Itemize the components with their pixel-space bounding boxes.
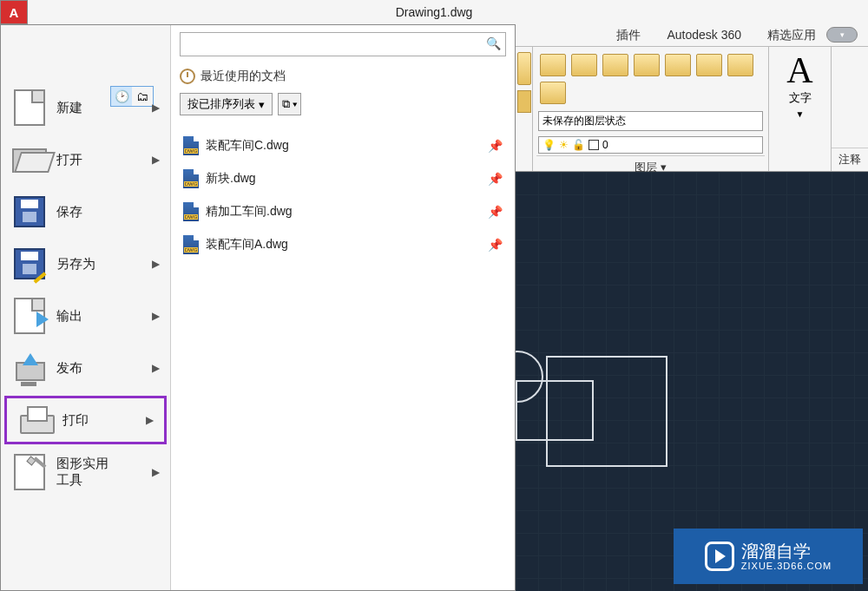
current-layer-name: 0 (602, 139, 608, 151)
menu-publish-label: 发布 (56, 360, 82, 377)
color-swatch-icon (589, 140, 599, 150)
panel-layers: 未保存的图层状态 💡 ☀ 🔓 0 图层 ▾ (533, 47, 769, 171)
doc-name: 精加工车间.dwg (206, 204, 293, 220)
ribbon-switch-icon[interactable]: ▾ (826, 27, 858, 43)
recent-docs-header: 最近使用的文档 (180, 69, 506, 84)
open-icon (12, 147, 47, 173)
panel-annot-label: 注释 (832, 148, 868, 171)
ribbon-tab-plugin[interactable]: 插件 (616, 28, 641, 43)
ribbon-tab-featured[interactable]: 精选应用 (767, 28, 816, 43)
menu-drawing-tools[interactable]: 图形实用 工具 ▶ (1, 446, 170, 498)
pin-icon[interactable]: 📌 (488, 172, 503, 186)
watermark-site: ZIXUE.3D66.COM (741, 561, 832, 571)
ribbon-panels: 未保存的图层状态 💡 ☀ 🔓 0 图层 ▾ A 文字 ▼ 注释 (516, 47, 868, 172)
watermark-brand: 溜溜自学 (741, 542, 832, 561)
recent-doc-item[interactable]: DWG新块.dwg 📌 (180, 162, 506, 195)
dwg-file-icon: DWG (183, 136, 199, 155)
chevron-right-icon: ▶ (152, 362, 160, 374)
menu-saveas[interactable]: 另存为 ▶ (1, 238, 170, 290)
search-input[interactable] (180, 32, 506, 56)
clock-icon (180, 69, 195, 84)
layer-tool-icon[interactable] (634, 54, 660, 76)
text-tool-icon[interactable]: A (786, 52, 812, 89)
layer-tool-icon[interactable] (696, 54, 722, 76)
view-size-dropdown[interactable]: ⧉ ▾ (278, 93, 302, 115)
layer-tool-icon[interactable] (727, 54, 753, 76)
pin-icon[interactable]: 📌 (488, 139, 503, 153)
app-menu-left-column: 🕑 🗂 新建 ▶ 打开 ▶ 保存 另存为 ▶ 输出 ▶ 发 (1, 25, 171, 590)
new-icon (14, 89, 45, 126)
chevron-right-icon: ▶ (152, 258, 160, 270)
publish-icon (12, 355, 47, 381)
application-menu: 🕑 🗂 新建 ▶ 打开 ▶ 保存 另存为 ▶ 输出 ▶ 发 (0, 24, 516, 591)
chevron-right-icon: ▶ (152, 102, 160, 114)
layer-secondary-icon[interactable] (517, 90, 531, 113)
watermark: 溜溜自学 ZIXUE.3D66.COM (674, 529, 863, 584)
doc-name: 装配车间C.dwg (206, 138, 289, 154)
menu-export-label: 输出 (56, 308, 82, 325)
panel-annotation: 注释 (832, 47, 868, 171)
sort-dropdown[interactable]: 按已排序列表 ▾ (180, 93, 273, 115)
print-icon (18, 406, 53, 434)
text-dropdown-icon[interactable]: ▼ (796, 109, 805, 119)
app-logo-icon[interactable]: A (0, 0, 28, 24)
chevron-right-icon: ▶ (146, 414, 154, 426)
pin-icon[interactable]: 📌 (488, 205, 503, 219)
pin-icon[interactable]: 📌 (488, 238, 503, 252)
title-bar: A Drawing1.dwg (0, 0, 868, 24)
play-icon (705, 542, 734, 571)
menu-print-label: 打印 (62, 412, 89, 429)
panel-text: A 文字 ▼ (769, 47, 832, 171)
saveas-icon (14, 248, 45, 279)
menu-open[interactable]: 打开 ▶ (1, 134, 170, 186)
ribbon-tab-autodesk360[interactable]: Autodesk 360 (667, 28, 741, 43)
menu-export[interactable]: 输出 ▶ (1, 290, 170, 342)
menu-open-label: 打开 (56, 152, 82, 168)
chevron-right-icon: ▶ (152, 466, 160, 478)
layer-tool-icon[interactable] (602, 54, 628, 76)
dwg-file-icon: DWG (183, 235, 199, 254)
chevron-right-icon: ▶ (152, 154, 160, 166)
chevron-right-icon: ▶ (152, 310, 160, 322)
sort-label: 按已排序列表 (187, 96, 255, 112)
layer-large-icon[interactable] (517, 52, 531, 85)
doc-name: 新块.dwg (206, 171, 256, 187)
menu-print[interactable]: 打印 ▶ (4, 396, 167, 444)
menu-publish[interactable]: 发布 ▶ (1, 342, 170, 394)
recent-header-text: 最近使用的文档 (201, 69, 286, 84)
menu-new[interactable]: 新建 ▶ (1, 82, 170, 134)
layer-tool-icon[interactable] (540, 54, 566, 76)
dwg-file-icon: DWG (183, 169, 199, 188)
document-title: Drawing1.dwg (396, 5, 473, 19)
text-tool-label: 文字 (789, 90, 812, 106)
menu-new-label: 新建 (56, 100, 82, 116)
recent-doc-list: DWG装配车间C.dwg 📌 DWG新块.dwg 📌 DWG精加工车间.dwg … (180, 129, 506, 261)
save-icon (14, 196, 45, 227)
menu-tools-label: 图形实用 工具 (56, 456, 108, 489)
layer-state-combo[interactable]: 未保存的图层状态 (538, 111, 763, 131)
export-icon (14, 298, 45, 334)
layer-state-text: 未保存的图层状态 (542, 114, 626, 128)
menu-save[interactable]: 保存 (1, 186, 170, 238)
layer-tool-icon[interactable] (540, 82, 566, 104)
dwg-file-icon: DWG (183, 202, 199, 221)
tools-icon (14, 454, 45, 490)
sun-icon: ☀ (559, 139, 569, 151)
annotation-tool-icon[interactable] (835, 78, 863, 104)
menu-saveas-label: 另存为 (56, 256, 95, 273)
bulb-icon: 💡 (542, 139, 556, 151)
layer-tool-icon[interactable] (665, 54, 691, 76)
recent-doc-item[interactable]: DWG装配车间A.dwg 📌 (180, 228, 506, 261)
doc-name: 装配车间A.dwg (206, 237, 288, 253)
layer-current-combo[interactable]: 💡 ☀ 🔓 0 (538, 136, 763, 154)
app-menu-right-column: 🔍 最近使用的文档 按已排序列表 ▾ ⧉ ▾ DWG装配车间C.dwg 📌 DW… (171, 25, 515, 590)
menu-save-label: 保存 (56, 204, 82, 220)
drawing-canvas[interactable]: 溜溜自学 ZIXUE.3D66.COM (516, 172, 868, 591)
recent-doc-item[interactable]: DWG装配车间C.dwg 📌 (180, 129, 506, 162)
recent-doc-item[interactable]: DWG精加工车间.dwg 📌 (180, 195, 506, 228)
layer-tool-icon[interactable] (571, 54, 597, 76)
search-icon[interactable]: 🔍 (486, 36, 501, 50)
lock-icon: 🔓 (572, 139, 585, 151)
annotation-tool-icon[interactable] (835, 52, 863, 78)
